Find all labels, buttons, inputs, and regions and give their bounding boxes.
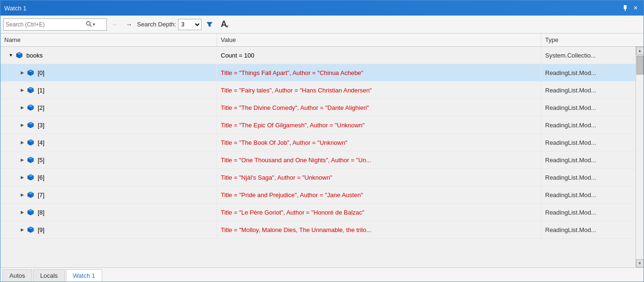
expand-arrow[interactable]: ▶ (19, 105, 25, 110)
cell-value: Count = 100 (217, 47, 541, 64)
cell-type: ReadingList.Mod... (541, 99, 636, 116)
cell-name: ▶ [3] (0, 116, 217, 133)
table-row[interactable]: ▶ [7]Title = "Pride and Prejudice", Auth… (0, 186, 636, 204)
cell-type: ReadingList.Mod... (541, 151, 636, 168)
cube-icon (27, 86, 34, 94)
filter-button[interactable] (203, 18, 216, 31)
table-row[interactable]: ▶ [8]Title = "Le Père Goriot", Author = … (0, 204, 636, 221)
row-name-text: [2] (38, 104, 44, 111)
type-column-header: Type (541, 33, 636, 46)
close-button[interactable]: ✕ (631, 4, 640, 12)
expand-arrow[interactable]: ▶ (19, 174, 25, 180)
expand-arrow[interactable]: ▶ (19, 140, 25, 145)
expand-arrow[interactable]: ▶ (19, 209, 25, 215)
cell-name: ▶ [0] (0, 64, 217, 81)
cell-type: ReadingList.Mod... (541, 221, 636, 238)
svg-line-3 (90, 25, 92, 26)
cell-value: Title = "The Epic Of Gilgamesh", Author … (217, 116, 541, 133)
row-name-text: books (26, 52, 43, 59)
font-size-button[interactable]: A ▾ (217, 18, 232, 31)
toolbar: ▾ ← → Search Depth: 3 1 2 4 5 A ▾ (0, 16, 644, 33)
cube-icon (27, 208, 34, 216)
cell-value: Title = "One Thousand and One Nights", A… (217, 151, 541, 168)
tab-watch-1[interactable]: Watch 1 (66, 269, 102, 282)
pin-button[interactable] (621, 4, 629, 12)
cell-name: ▶ [5] (0, 151, 217, 168)
tab-autos[interactable]: Autos (2, 269, 32, 282)
row-name-text: [9] (38, 226, 44, 233)
row-name-text: [5] (38, 157, 44, 164)
cell-value: Title = "The Divine Comedy", Author = "D… (217, 99, 541, 116)
row-name-text: [6] (38, 174, 44, 181)
title-bar-title: Watch 1 (4, 5, 617, 12)
cell-name: ▶ [8] (0, 204, 217, 221)
row-name-text: [7] (38, 191, 44, 199)
cell-value: Title = "Le Père Goriot", Author = "Hono… (217, 204, 541, 221)
expand-arrow[interactable]: ▶ (19, 227, 25, 232)
search-box: ▾ (3, 18, 107, 31)
expand-arrow[interactable]: ▶ (19, 87, 25, 93)
cube-icon (27, 191, 34, 199)
search-input[interactable] (6, 21, 86, 28)
table-row[interactable]: ▶ [9]Title = "Molloy, Malone Dies, The U… (0, 221, 636, 239)
cube-icon (27, 174, 34, 181)
table-row[interactable]: ▼ booksCount = 100System.Collectio... (0, 47, 636, 64)
cell-name: ▼ books (0, 47, 217, 64)
svg-rect-0 (624, 5, 627, 9)
cell-value: Title = "Molloy, Malone Dies, The Unnama… (217, 221, 541, 238)
watch-window: Watch 1 ✕ ▾ (0, 0, 644, 282)
expand-arrow[interactable]: ▶ (19, 192, 25, 198)
row-name-text: [4] (38, 139, 44, 146)
cube-icon (27, 69, 34, 76)
cube-icon (27, 139, 34, 146)
cell-name: ▶ [4] (0, 134, 217, 151)
scrollbar-thumb[interactable] (636, 56, 644, 75)
expand-arrow[interactable]: ▶ (19, 122, 25, 128)
name-column-header: Name (0, 33, 217, 46)
expand-arrow[interactable]: ▶ (19, 70, 25, 75)
cell-type: ReadingList.Mod... (541, 82, 636, 99)
scrollbar-down-button[interactable]: ▼ (636, 259, 644, 267)
cell-type: ReadingList.Mod... (541, 204, 636, 221)
table-rows: ▼ booksCount = 100System.Collectio...▶ [… (0, 47, 636, 267)
forward-button[interactable]: → (123, 18, 135, 31)
row-name-text: [1] (38, 87, 44, 94)
cell-type: ReadingList.Mod... (541, 116, 636, 133)
table-row[interactable]: ▶ [2]Title = "The Divine Comedy", Author… (0, 99, 636, 116)
cell-name: ▶ [6] (0, 169, 217, 186)
table-content: ▼ booksCount = 100System.Collectio...▶ [… (0, 47, 644, 267)
value-column-header: Value (217, 33, 541, 46)
row-name-text: [3] (38, 122, 44, 129)
table-row[interactable]: ▶ [0]Title = "Things Fall Apart", Author… (0, 64, 636, 82)
row-name-text: [0] (38, 69, 44, 76)
table-row[interactable]: ▶ [6]Title = "Njál's Saga", Author = "Un… (0, 169, 636, 186)
search-icon-area: ▾ (86, 21, 95, 28)
back-button[interactable]: ← (109, 18, 121, 31)
expand-arrow[interactable]: ▶ (19, 157, 25, 163)
row-name-text: [8] (38, 209, 44, 216)
title-bar-controls: ✕ (621, 4, 640, 12)
cell-name: ▶ [7] (0, 186, 217, 203)
search-depth-select[interactable]: 3 1 2 4 5 (178, 19, 201, 30)
scrollbar-header-spacer (636, 33, 644, 46)
cell-type: ReadingList.Mod... (541, 134, 636, 151)
cell-value: Title = "The Book Of Job", Author = "Unk… (217, 134, 541, 151)
scrollbar-up-button[interactable]: ▲ (636, 47, 644, 55)
cell-name: ▶ [2] (0, 99, 217, 116)
cube-icon (16, 51, 23, 59)
tab-locals[interactable]: Locals (33, 269, 65, 282)
expand-arrow[interactable]: ▼ (8, 52, 14, 58)
cell-type: System.Collectio... (541, 47, 636, 64)
table-row[interactable]: ▶ [4]Title = "The Book Of Job", Author =… (0, 134, 636, 151)
cell-type: ReadingList.Mod... (541, 64, 636, 81)
cell-name: ▶ [1] (0, 82, 217, 99)
cube-icon (27, 104, 34, 111)
table-row[interactable]: ▶ [1]Title = "Fairy tales", Author = "Ha… (0, 82, 636, 99)
table-header: Name Value Type (0, 33, 644, 47)
table-row[interactable]: ▶ [5]Title = "One Thousand and One Night… (0, 151, 636, 169)
search-dropdown-arrow[interactable]: ▾ (93, 22, 95, 27)
title-bar: Watch 1 ✕ (0, 0, 644, 16)
table-row[interactable]: ▶ [3]Title = "The Epic Of Gilgamesh", Au… (0, 116, 636, 134)
bottom-tabs: AutosLocalsWatch 1 (0, 267, 644, 282)
cell-value: Title = "Njál's Saga", Author = "Unknown… (217, 169, 541, 186)
